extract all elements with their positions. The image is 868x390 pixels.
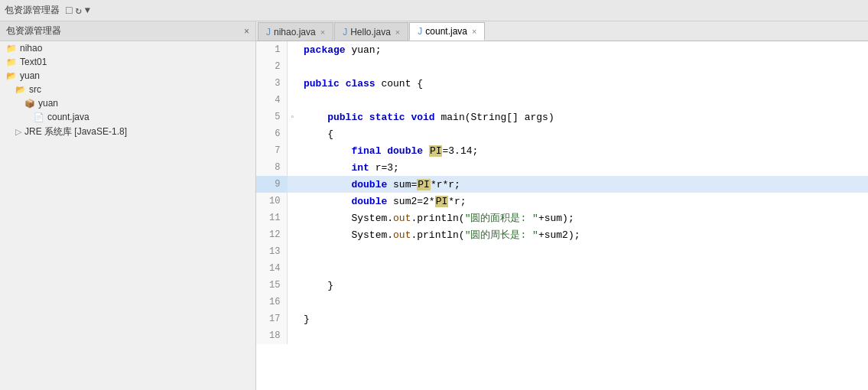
line-content-9[interactable]: double sum=PI*r*r; [297, 176, 868, 193]
line-num-6: 6 [256, 125, 287, 142]
line-num-9: 9 [256, 176, 287, 193]
tab-nihao[interactable]: J nihao.java × [258, 22, 333, 41]
line-marker-11 [287, 210, 297, 226]
line-content-11[interactable]: System.out.println("圆的面积是: "+sum); [297, 210, 868, 226]
line-11: 11 System.out.println("圆的面积是: "+sum); [256, 210, 868, 226]
line-content-12[interactable]: System.out.println("圆的周长是: "+sum2); [297, 226, 868, 243]
line-marker-15 [287, 277, 297, 294]
line-content-1[interactable]: package yuan; [297, 41, 868, 58]
line-marker-1 [287, 41, 297, 58]
line-marker-10 [287, 193, 297, 210]
sidebar-item-yuan-label: yuan [20, 70, 40, 81]
line-marker-3 [287, 75, 297, 92]
line-content-10[interactable]: double sum2=2*PI*r; [297, 193, 868, 210]
tab-hello-icon: J [343, 27, 347, 37]
line-content-4[interactable] [297, 92, 868, 109]
top-bar-icon-down[interactable]: ▼ [85, 5, 90, 16]
line-marker-7 [287, 142, 297, 159]
line-marker-4 [287, 92, 297, 109]
line-content-17[interactable]: } [297, 310, 868, 327]
sidebar-item-src[interactable]: 📂 src [0, 83, 255, 96]
line-marker-14 [287, 260, 297, 277]
line-num-11: 11 [256, 210, 287, 226]
sidebar-item-yuan-pkg-label: yuan [38, 98, 58, 109]
sidebar-item-count-java-label: count.java [47, 112, 89, 122]
line-10: 10 double sum2=2*PI*r; [256, 193, 868, 210]
sidebar-item-jre[interactable]: ▷ JRE 系统库 [JavaSE-1.8] [0, 124, 255, 140]
line-num-18: 18 [256, 327, 287, 344]
line-7: 7 final double PI=3.14; [256, 142, 868, 159]
jre-icon: ▷ [15, 127, 21, 137]
line-num-8: 8 [256, 159, 287, 176]
code-table: 1 package yuan; 2 3 public clas [256, 41, 868, 344]
folder-icon: 📁 [6, 57, 17, 67]
folder-open-icon: 📂 [6, 71, 17, 81]
sidebar-close-button[interactable]: × [244, 26, 249, 37]
tab-hello[interactable]: J Hello.java × [334, 22, 408, 41]
code-editor[interactable]: 1 package yuan; 2 3 public clas [256, 41, 868, 390]
tab-count-label: count.java [425, 26, 467, 37]
tab-nihao-label: nihao.java [274, 27, 316, 37]
line-17: 17 } [256, 310, 868, 327]
line-content-18[interactable] [297, 327, 868, 344]
sidebar-item-text01-label: Text01 [20, 57, 47, 67]
line-marker-13 [287, 243, 297, 260]
sidebar-item-yuan-pkg[interactable]: 📦 yuan [0, 96, 255, 110]
line-marker-5: ◦ [287, 109, 297, 125]
line-2: 2 [256, 58, 868, 75]
java-file-icon: 📄 [34, 112, 44, 122]
line-marker-2 [287, 58, 297, 75]
tab-count[interactable]: J count.java × [409, 22, 485, 41]
line-content-8[interactable]: int r=3; [297, 159, 868, 176]
line-marker-17 [287, 310, 297, 327]
line-marker-18 [287, 327, 297, 344]
tab-hello-label: Hello.java [350, 27, 391, 37]
top-bar-title: 包资源管理器 [5, 4, 60, 17]
editor-area: J nihao.java × J Hello.java × J count.ja… [256, 21, 868, 390]
line-marker-8 [287, 159, 297, 176]
line-num-14: 14 [256, 260, 287, 277]
line-6: 6 { [256, 125, 868, 142]
sidebar-item-text01[interactable]: 📁 Text01 [0, 55, 255, 69]
line-num-7: 7 [256, 142, 287, 159]
line-content-15[interactable]: } [297, 277, 868, 294]
line-content-16[interactable] [297, 294, 868, 310]
line-content-5[interactable]: public static void main(String[] args) [297, 109, 868, 125]
line-num-2: 2 [256, 58, 287, 75]
line-content-6[interactable]: { [297, 125, 868, 142]
line-content-14[interactable] [297, 260, 868, 277]
sidebar-item-src-label: src [29, 84, 41, 95]
tab-count-close[interactable]: × [472, 27, 476, 36]
line-marker-6 [287, 125, 297, 142]
sidebar-item-nihao[interactable]: 📁 nihao [0, 41, 255, 55]
line-12: 12 System.out.println("圆的周长是: "+sum2); [256, 226, 868, 243]
line-content-7[interactable]: final double PI=3.14; [297, 142, 868, 159]
sidebar-item-yuan[interactable]: 📂 yuan [0, 69, 255, 83]
line-8: 8 int r=3; [256, 159, 868, 176]
line-content-13[interactable] [297, 243, 868, 260]
line-content-3[interactable]: public class count { [297, 75, 868, 92]
line-num-17: 17 [256, 310, 287, 327]
line-content-2[interactable] [297, 58, 868, 75]
line-num-15: 15 [256, 277, 287, 294]
line-num-12: 12 [256, 226, 287, 243]
sidebar-header: 包资源管理器 × [0, 21, 255, 41]
line-num-16: 16 [256, 294, 287, 310]
tab-bar: J nihao.java × J Hello.java × J count.ja… [256, 21, 868, 41]
folder-icon: 📁 [6, 44, 17, 54]
tab-nihao-close[interactable]: × [320, 28, 325, 37]
top-bar-icon-sync[interactable]: ↻ [75, 4, 81, 17]
line-3: 3 public class count { [256, 75, 868, 92]
tab-hello-close[interactable]: × [395, 28, 400, 37]
top-bar-icon-minimize[interactable]: □ [66, 5, 72, 17]
line-num-4: 4 [256, 92, 287, 109]
line-18: 18 [256, 327, 868, 344]
package-icon: 📦 [24, 99, 35, 109]
line-15: 15 } [256, 277, 868, 294]
line-num-3: 3 [256, 75, 287, 92]
tab-nihao-icon: J [266, 27, 271, 37]
sidebar: 包资源管理器 × 📁 nihao 📁 Text01 📂 yuan 📂 src 📦… [0, 21, 256, 390]
line-1: 1 package yuan; [256, 41, 868, 58]
line-13: 13 [256, 243, 868, 260]
sidebar-item-count-java[interactable]: 📄 count.java [0, 110, 255, 124]
